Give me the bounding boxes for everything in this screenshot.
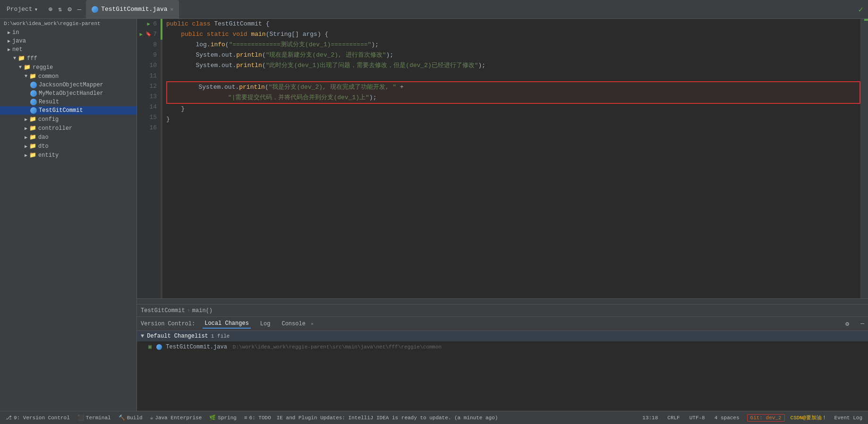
spring-icon: 🌿 bbox=[209, 415, 216, 421]
sort-icon[interactable]: ⇅ bbox=[58, 5, 62, 13]
changelist-expand-icon: ▼ bbox=[141, 333, 144, 339]
position-indicator[interactable]: 13:18 bbox=[640, 414, 660, 422]
changelist-name: Default Changelist bbox=[147, 333, 208, 339]
cdnblog-label: CSDN@要加油！ bbox=[791, 414, 827, 421]
sidebar-item-dto[interactable]: ▶ 📁 dto bbox=[0, 142, 136, 151]
breadcrumb-method: main() bbox=[192, 307, 213, 314]
line-6: ▶ 6 bbox=[137, 19, 157, 29]
sidebar-item-result[interactable]: Result bbox=[0, 98, 136, 106]
sidebar-item-testgitcommit[interactable]: TestGitCommit bbox=[0, 106, 136, 115]
settings-icon[interactable]: ⚙ bbox=[68, 5, 71, 13]
terminal-icon: ⬛ bbox=[77, 415, 84, 421]
folder-icon: 📁 bbox=[29, 134, 36, 141]
folder-icon: 📁 bbox=[29, 125, 36, 132]
sidebar-item-jackson[interactable]: JacksonObjectMapper bbox=[0, 81, 136, 89]
tab-bar: TestGitCommit.java ✕ bbox=[86, 0, 179, 18]
bottom-minimize-icon[interactable]: — bbox=[860, 320, 864, 327]
sidebar: D:\work\idea_work\reggie-parent ▶ in ▶ j… bbox=[0, 19, 137, 411]
version-control-label: Version Control: bbox=[141, 321, 195, 327]
tab-log[interactable]: Log bbox=[258, 320, 272, 328]
editor-area: ▶ 6 ▶ 🔖 7 8 9 10 11 bbox=[137, 19, 868, 316]
bookmark-icon: 🔖 bbox=[145, 29, 151, 40]
file-icon bbox=[30, 90, 37, 97]
file-icon bbox=[30, 107, 37, 114]
bottom-panel: Version Control: Local Changes Log Conso… bbox=[137, 316, 868, 411]
line-11: 11 bbox=[137, 71, 157, 81]
tab-console[interactable]: Console ✕ bbox=[280, 320, 315, 328]
sidebar-item-net[interactable]: ▶ net bbox=[0, 45, 136, 54]
encoding-indicator[interactable]: UTF-8 bbox=[688, 414, 707, 422]
changelist-header[interactable]: ▼ Default Changelist 1 file bbox=[137, 331, 868, 341]
code-line-7: public static void main(String[] args) { bbox=[166, 29, 860, 40]
sidebar-item-config[interactable]: ▶ 📁 config bbox=[0, 115, 136, 124]
changelist-badge: 1 file bbox=[211, 333, 230, 339]
status-tab-todo: 6: TODO bbox=[249, 415, 271, 421]
expand-arrow: ▶ bbox=[25, 126, 27, 131]
status-right: 13:18 CRLF UTF-8 4 spaces Git: dev_2 CSD… bbox=[640, 414, 864, 422]
changelist-filename: TestGitCommit.java bbox=[166, 344, 227, 350]
java-enterprise-status[interactable]: ☕ Java Enterprise bbox=[148, 414, 204, 422]
run-arrow-icon: ▶ bbox=[147, 19, 151, 29]
editor-hscroll[interactable] bbox=[137, 298, 868, 304]
line-13: 13 bbox=[137, 92, 157, 102]
folder-icon: 📁 bbox=[29, 152, 36, 159]
java-icon: ☕ bbox=[150, 415, 153, 421]
event-log-button[interactable]: Event Log bbox=[833, 414, 864, 422]
editor-content[interactable]: ▶ 6 ▶ 🔖 7 8 9 10 11 bbox=[137, 19, 868, 298]
status-tab-spring: Spring bbox=[218, 415, 237, 421]
globe-icon[interactable]: ⊕ bbox=[48, 5, 52, 13]
minimize-icon[interactable]: — bbox=[77, 6, 81, 13]
sidebar-item-common[interactable]: ▼ 📁 common bbox=[0, 72, 136, 81]
code-line-15: } bbox=[166, 114, 860, 125]
version-control-status[interactable]: ⎇ 9: Version Control bbox=[4, 414, 72, 422]
changelist-file[interactable]: ▣ TestGitCommit.java D:\work\idea_work\r… bbox=[137, 341, 868, 352]
project-button[interactable]: Project ▾ bbox=[4, 5, 41, 14]
sidebar-item-label: JacksonObjectMapper bbox=[39, 82, 103, 88]
sidebar-item-controller[interactable]: ▶ 📁 controller bbox=[0, 124, 136, 133]
build-status[interactable]: 🔨 Build bbox=[117, 414, 145, 422]
expand-arrow: ▼ bbox=[19, 65, 22, 70]
sidebar-item-in[interactable]: ▶ in bbox=[0, 28, 136, 37]
spring-status[interactable]: 🌿 Spring bbox=[207, 414, 238, 422]
expand-arrow: ▼ bbox=[25, 74, 27, 79]
line-14: 14 bbox=[137, 102, 157, 112]
bottom-settings-icon[interactable]: ⚙ bbox=[845, 320, 849, 328]
changelist-content: ▼ Default Changelist 1 file ▣ TestGitCom… bbox=[137, 331, 868, 411]
sidebar-item-reggie[interactable]: ▼ 📁 reggie bbox=[0, 63, 136, 72]
sidebar-item-mymeta[interactable]: MyMetaObjectHandler bbox=[0, 89, 136, 98]
sidebar-item-label: Result bbox=[39, 99, 59, 105]
vc-icon: ⎇ bbox=[6, 415, 12, 421]
line-9: 9 bbox=[137, 50, 157, 60]
code-body[interactable]: public class TestGitCommit { public stat… bbox=[162, 19, 860, 298]
folder-icon: 📁 bbox=[29, 116, 36, 123]
expand-arrow: ▶ bbox=[8, 47, 10, 52]
status-tab-vc: 9: Version Control bbox=[14, 415, 70, 421]
folder-icon: 📁 bbox=[29, 143, 36, 150]
terminal-status[interactable]: ⬛ Terminal bbox=[76, 414, 113, 422]
indent-indicator[interactable]: 4 spaces bbox=[713, 414, 741, 422]
changelist-filepath: D:\work\idea_work\reggie-parent\src\main… bbox=[233, 344, 442, 350]
todo-status[interactable]: ≡ 6: TODO bbox=[242, 414, 273, 422]
line-sep-indicator[interactable]: CRLF bbox=[665, 414, 681, 422]
sidebar-item-fff[interactable]: ▼ 📁 fff bbox=[0, 54, 136, 63]
file-change-icon: ▣ bbox=[148, 343, 152, 350]
sidebar-path: D:\work\idea_work\reggie-parent bbox=[0, 19, 136, 28]
file-icon bbox=[30, 99, 37, 105]
tab-local-changes[interactable]: Local Changes bbox=[203, 319, 251, 329]
console-close-icon[interactable]: ✕ bbox=[311, 322, 314, 327]
sidebar-item-label: dto bbox=[38, 143, 49, 150]
sidebar-item-dao[interactable]: ▶ 📁 dao bbox=[0, 133, 136, 142]
tab-testgitcommit[interactable]: TestGitCommit.java ✕ bbox=[86, 0, 179, 18]
sidebar-item-label: java bbox=[12, 38, 26, 44]
code-line-9: System.out.println("现在是新建分支(dev_2), 进行首次… bbox=[166, 50, 860, 60]
tab-close-icon[interactable]: ✕ bbox=[170, 6, 174, 12]
sidebar-item-label: net bbox=[12, 46, 23, 53]
file-icon bbox=[30, 82, 37, 88]
expand-arrow: ▶ bbox=[25, 153, 27, 158]
code-line-14: } bbox=[166, 104, 860, 114]
sidebar-item-entity[interactable]: ▶ 📁 entity bbox=[0, 151, 136, 160]
git-branch-indicator[interactable]: Git: dev_2 bbox=[747, 414, 785, 422]
sidebar-item-java[interactable]: ▶ java bbox=[0, 37, 136, 45]
top-bar-left: Project ▾ ⊕ ⇅ ⚙ — bbox=[4, 5, 81, 14]
update-message: IE and Plugin Updates: IntelliJ IDEA is … bbox=[277, 415, 498, 421]
